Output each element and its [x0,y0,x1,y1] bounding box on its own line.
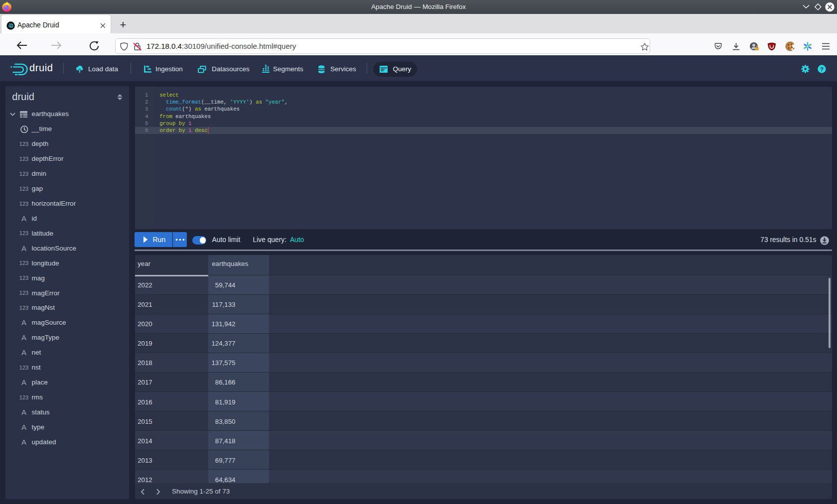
svg-text:?: ? [820,66,823,72]
